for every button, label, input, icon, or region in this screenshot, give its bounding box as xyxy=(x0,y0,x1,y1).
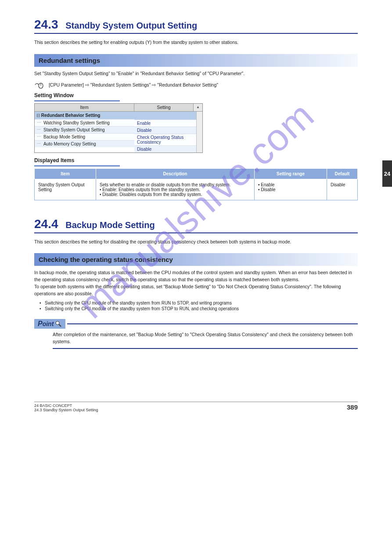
list-item: Switching only the CPU module of the sta… xyxy=(40,306,358,311)
svg-point-1 xyxy=(56,321,59,325)
displayed-items-table: Item Description Setting range Default S… xyxy=(34,168,358,200)
screenshot-group: ⊟ Redundant Behavior Setting xyxy=(35,112,134,119)
footer-left: 24 BASIC CONCEPT 24.3 Standby System Out… xyxy=(34,403,98,412)
mouse-icon xyxy=(34,81,45,90)
section-title-2: Backup Mode Setting xyxy=(65,220,155,230)
point-block: PPointoint After completion of the maint… xyxy=(34,319,358,349)
screenshot-row-label: Auto Memory Copy Setting xyxy=(43,141,134,146)
table-header-desc: Description xyxy=(96,168,255,179)
cell-item: Standby System Output Setting xyxy=(35,179,96,200)
screenshot-row-label: Standby System Output Setting xyxy=(43,127,134,132)
consistency-bullets: Switching only the CPU module of the sta… xyxy=(40,301,358,311)
scrollbar xyxy=(196,112,202,152)
screenshot-row-label: Backup Mode Setting xyxy=(43,134,134,139)
redundant-settings-text: Set "Standby System Output Setting" to "… xyxy=(34,70,358,77)
table-header-item: Item xyxy=(35,168,96,179)
screenshot-row-value: Disable xyxy=(134,145,196,152)
magnifier-icon xyxy=(55,320,62,327)
setting-window-label: Setting Window xyxy=(34,92,358,98)
scrollbar-up-icon: ▲ xyxy=(193,104,202,111)
section-number: 24.3 xyxy=(34,18,58,31)
screenshot-row-value: Enable xyxy=(134,120,196,127)
section-number-2: 24.4 xyxy=(34,217,58,231)
screenshot-col-item: Item xyxy=(35,104,134,111)
cell-range: • Enable • Disable xyxy=(255,179,327,200)
section-heading: 24.3 Standby System Output Setting xyxy=(34,18,358,34)
section2-text: This section describes the setting for d… xyxy=(34,239,358,246)
table-header-range: Setting range xyxy=(255,168,327,179)
point-body: After completion of the maintenance, set… xyxy=(34,329,358,348)
table-row: Standby System Output Setting Sets wheth… xyxy=(35,179,358,200)
intro-paragraph: This section describes the setting for e… xyxy=(34,39,358,46)
consistency-heading: Checking the operating status consistenc… xyxy=(34,253,358,266)
point-tag: PPointoint xyxy=(34,319,65,329)
cell-default: Disable xyxy=(327,179,358,200)
navigation-path: [CPU Parameter] ⇨ "Redundant System Sett… xyxy=(34,81,358,90)
page-footer: 24 BASIC CONCEPT 24.3 Standby System Out… xyxy=(34,402,358,412)
nav-path-text: [CPU Parameter] ⇨ "Redundant System Sett… xyxy=(49,82,218,87)
screenshot-row-value: Disable xyxy=(134,127,196,134)
redundant-settings-heading: Redundant settings xyxy=(34,54,358,67)
section-title: Standby System Output Setting xyxy=(65,21,197,30)
screenshot-row-value: Check Operating Status Consistency xyxy=(134,134,196,145)
footer-page-number: 389 xyxy=(347,403,358,412)
settings-screenshot: Item Setting ▲ ⊟ Redundant Behavior Sett… xyxy=(34,103,203,153)
side-tab-chapter: 24 xyxy=(382,160,392,187)
cell-desc: Sets whether to enable or disable output… xyxy=(96,179,255,200)
underline-bar xyxy=(34,165,120,167)
table-header-default: Default xyxy=(327,168,358,179)
screenshot-col-setting: Setting xyxy=(134,104,193,111)
displayed-items-label: Displayed Items xyxy=(34,157,358,163)
svg-line-2 xyxy=(59,324,61,326)
list-item: Switching only the CPU module of the sta… xyxy=(40,301,358,305)
screenshot-row-label: Watching Standby System Setting xyxy=(43,120,134,125)
consistency-text: In backup mode, the operating status is … xyxy=(34,269,358,297)
section-heading-2: 24.4 Backup Mode Setting xyxy=(34,217,358,233)
underline-bar xyxy=(34,100,120,102)
